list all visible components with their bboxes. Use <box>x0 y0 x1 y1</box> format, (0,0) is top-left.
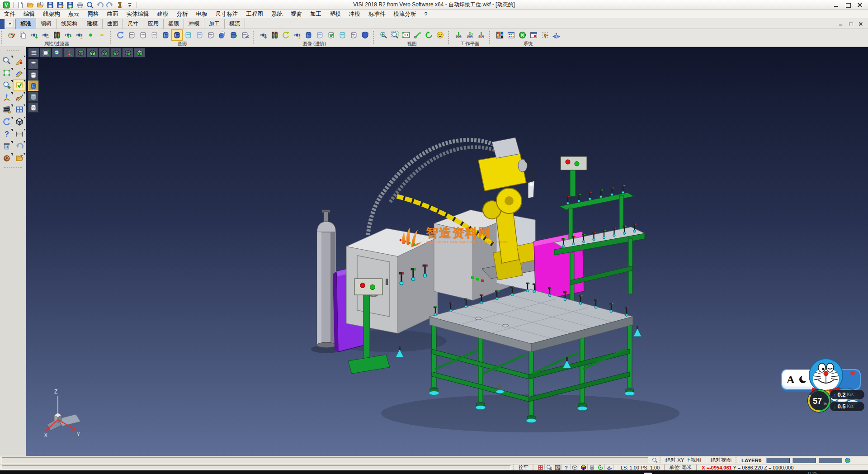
preview-zoom-button[interactable] <box>85 1 94 9</box>
open-file-button[interactable] <box>26 1 35 9</box>
modify-curve-button[interactable] <box>14 67 25 78</box>
maximize-button[interactable] <box>845 2 851 8</box>
quick-access-overflow-button[interactable] <box>125 1 134 9</box>
system-settings-button[interactable] <box>517 29 528 41</box>
shade-shaded-button[interactable] <box>28 81 38 91</box>
grid-settings-button[interactable] <box>551 29 562 41</box>
select-filter-button[interactable] <box>1 55 13 66</box>
wcs-toggle-button[interactable] <box>63 48 75 57</box>
traffic-adv-button[interactable] <box>269 29 280 41</box>
delete-trash-button[interactable] <box>1 141 13 152</box>
status-search-icon[interactable] <box>652 457 658 463</box>
globe-icon[interactable] <box>844 457 851 464</box>
tab-4[interactable]: 曲面 <box>103 19 123 29</box>
cyl-modify-button[interactable] <box>228 29 239 41</box>
new-document-button[interactable] <box>16 1 25 9</box>
view-bottom-button[interactable] <box>87 48 98 57</box>
window-manager-button[interactable] <box>528 29 539 41</box>
validate-check-button[interactable] <box>14 80 25 90</box>
menu-item-13[interactable]: 视窗 <box>287 9 306 19</box>
filter-remove-button[interactable] <box>96 29 108 41</box>
navigate-wheel-button[interactable] <box>1 153 13 164</box>
zoom-previous-button[interactable] <box>52 48 63 57</box>
solid-purple-button[interactable] <box>579 465 588 470</box>
filter-add-button[interactable] <box>85 29 96 41</box>
tab-2[interactable]: 线架构 <box>57 19 82 29</box>
layer-cylinder-button[interactable] <box>588 465 596 470</box>
menu-item-6[interactable]: 实体编辑 <box>123 9 153 19</box>
menu-item-5[interactable]: 曲面 <box>103 9 123 19</box>
tab-10[interactable]: 模流 <box>225 19 245 29</box>
insert-file-button[interactable] <box>36 1 45 9</box>
cyl-flat-button[interactable] <box>194 29 205 41</box>
zoom-annotate-button[interactable] <box>545 465 553 470</box>
cyl-check-button[interactable] <box>326 29 337 41</box>
zoom-window-button[interactable] <box>389 29 401 41</box>
refresh-adv-button[interactable] <box>280 29 292 41</box>
snap-lock-toggle[interactable]: 拴牢 <box>516 464 531 471</box>
net-speed-widget[interactable]: A ' , <box>779 356 868 420</box>
cyl-copy-button[interactable] <box>217 29 228 41</box>
rotate-auto-button[interactable] <box>596 465 605 470</box>
menu-item-4[interactable]: 网格 <box>84 9 103 19</box>
viewport-3d[interactable]: 智造资料网 INTELLIGENT MANUFACTURING DATA NET… <box>26 47 868 456</box>
snap-settings-button[interactable] <box>539 29 551 41</box>
color-table-button[interactable] <box>505 29 517 41</box>
menu-item-0[interactable]: 文件 <box>0 9 19 19</box>
shade-hatched-button[interactable] <box>28 102 38 113</box>
eye-add-button[interactable] <box>28 29 40 41</box>
eye-plus-minus-button[interactable]: ± <box>74 29 85 41</box>
save-button[interactable] <box>46 1 55 9</box>
export-folder-button[interactable] <box>14 153 25 164</box>
attributes-layers-button[interactable] <box>1 104 13 115</box>
solid-box-button[interactable] <box>14 116 25 127</box>
grid-lock-button[interactable] <box>536 465 545 470</box>
cyl-settings-button[interactable] <box>239 29 250 41</box>
smiley-view-button[interactable] <box>434 29 446 41</box>
menu-item-11[interactable]: 工程图 <box>242 9 268 19</box>
cyl-blue-adv-button[interactable] <box>303 29 314 41</box>
session-history-button[interactable] <box>115 1 124 9</box>
plane-axis-3-button[interactable] <box>476 29 487 41</box>
cyl-hatched2-button[interactable] <box>348 29 359 41</box>
view-right-button[interactable] <box>122 48 133 57</box>
paint-properties-button[interactable] <box>6 29 17 41</box>
menu-item-7[interactable]: 建模 <box>153 9 173 19</box>
close-button[interactable] <box>857 2 863 8</box>
wcs-axes-button[interactable] <box>1 92 13 103</box>
view-ref-indicator[interactable]: 绝对视图 <box>708 457 734 464</box>
menu-item-2[interactable]: 线架构 <box>39 9 64 19</box>
plot-print-button[interactable] <box>75 1 85 9</box>
mdi-close-button[interactable] <box>859 22 863 26</box>
shade-hidden-button[interactable] <box>28 70 38 80</box>
scene-canvas[interactable] <box>26 47 868 456</box>
erase-entity-button[interactable] <box>14 55 25 66</box>
menu-item-19[interactable]: ? <box>420 10 432 19</box>
shade-ghost-button[interactable] <box>28 91 38 102</box>
cyl-cyan2-button[interactable] <box>337 29 348 41</box>
tab-1[interactable]: 编辑 <box>36 19 57 29</box>
cyl-shaded-button[interactable] <box>160 29 171 41</box>
menu-item-17[interactable]: 标准件 <box>364 9 390 19</box>
tab-0[interactable]: 标准 <box>15 19 36 29</box>
tab-8[interactable]: 冲模 <box>184 19 204 29</box>
units-indicator[interactable]: 单位: 毫米 <box>667 464 694 471</box>
viewport-menu-button[interactable] <box>28 48 39 57</box>
regen-refresh-button[interactable] <box>1 116 13 127</box>
eye-plus-minus-adv-button[interactable]: ± <box>292 29 303 41</box>
menu-item-8[interactable]: 分析 <box>173 9 192 19</box>
tab-9[interactable]: 加工 <box>204 19 225 29</box>
ime-mode-letter[interactable]: A <box>787 374 794 386</box>
shield-display-button[interactable] <box>359 29 371 41</box>
tab-5[interactable]: 尺寸 <box>123 19 143 29</box>
fit-view-button[interactable] <box>40 48 51 57</box>
query-entity-button[interactable]: ? <box>562 465 571 470</box>
redo-button[interactable] <box>105 1 114 9</box>
menu-item-12[interactable]: 系统 <box>267 9 287 19</box>
cyl-dashed-button[interactable] <box>149 29 160 41</box>
window-select-button[interactable] <box>1 67 13 78</box>
menu-item-3[interactable]: 点云 <box>64 9 84 19</box>
tab-3[interactable]: 建模 <box>82 19 103 29</box>
plane-axis-2-button[interactable] <box>464 29 476 41</box>
view-iso-button[interactable] <box>134 48 145 57</box>
